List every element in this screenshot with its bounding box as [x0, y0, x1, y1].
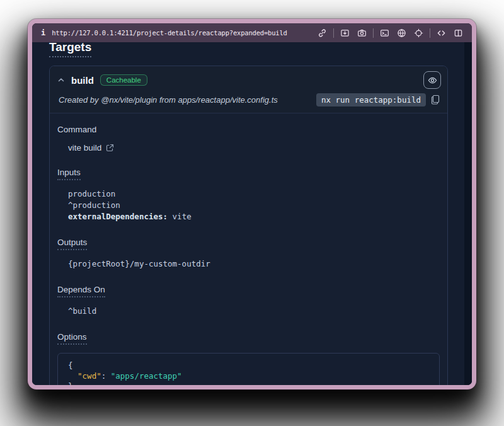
json-value: "apps/reactapp": [111, 371, 182, 381]
build-card-body: Command vite build Inputs: [50, 113, 447, 385]
toolbar-group-dev: [437, 28, 463, 38]
target-card-build: build Cacheable Created by @nx/vite/plug…: [49, 66, 448, 385]
link-icon[interactable]: [318, 28, 327, 38]
command-label: Command: [57, 125, 96, 134]
inputs-label: Inputs: [57, 168, 81, 180]
chevron-up-icon: [57, 76, 65, 84]
input-item: externalDependencies: vite: [68, 211, 440, 222]
browser-window: i http://127.0.0.1:4211/project-details/…: [28, 19, 476, 389]
split-view-icon[interactable]: [454, 28, 463, 38]
save-frame-icon[interactable]: [340, 28, 350, 38]
input-item: ^production: [68, 200, 440, 211]
page-title: Targets: [49, 42, 91, 57]
section-inputs: Inputs production ^production externalDe…: [57, 166, 440, 222]
code-icon[interactable]: [437, 28, 446, 38]
input-item: production: [68, 188, 440, 200]
json-line: {: [68, 360, 429, 371]
section-outputs: Outputs {projectRoot}/my-custom-outdir: [57, 236, 440, 270]
json-key: "cwd": [77, 371, 101, 381]
options-json-block: { "cwd": "apps/reactapp" }: [57, 353, 440, 385]
page-content: Targets build Cacheable: [32, 42, 472, 385]
command-value-row[interactable]: vite build: [57, 143, 440, 153]
desktop: i http://127.0.0.1:4211/project-details/…: [0, 0, 504, 426]
toolbar-group-tools: [380, 28, 423, 38]
info-icon: i: [41, 28, 45, 37]
view-target-button[interactable]: [423, 71, 441, 89]
build-header-subrow: Created by @nx/vite/plugin from apps/rea…: [57, 93, 440, 106]
outputs-label: Outputs: [57, 238, 87, 250]
scrollbar-track[interactable]: [464, 42, 472, 385]
camera-icon[interactable]: [357, 28, 367, 38]
depends-on-label: Depends On: [57, 285, 105, 297]
section-options: Options { "cwd": "apps/reactapp" }: [57, 331, 440, 385]
copy-icon[interactable]: [431, 95, 440, 105]
eye-icon: [428, 76, 437, 85]
url-bar[interactable]: http://127.0.0.1:4211/project-details/re…: [52, 29, 287, 37]
json-line: }: [68, 381, 429, 385]
external-link-icon: [106, 144, 114, 152]
options-label: Options: [57, 332, 87, 345]
terminal-icon[interactable]: [380, 28, 389, 38]
toolbar-separator: [333, 28, 334, 38]
toolbar-separator: [373, 28, 374, 38]
run-command-chip[interactable]: nx run reactapp:build: [316, 93, 426, 106]
output-item: {projectRoot}/my-custom-outdir: [68, 258, 440, 270]
cacheable-badge: Cacheable: [100, 74, 147, 86]
depends-on-item: ^build: [68, 306, 440, 317]
created-by-text: Created by @nx/vite/plugin from apps/rea…: [57, 95, 316, 105]
toolbar-separator: [430, 28, 430, 38]
build-card-header: build Cacheable Created by @nx/vite/plug…: [50, 66, 447, 113]
build-header-row[interactable]: build Cacheable: [57, 72, 440, 88]
globe-icon[interactable]: [397, 28, 406, 38]
toolbar-group-capture: [340, 28, 367, 38]
target-icon[interactable]: [414, 28, 423, 38]
json-colon: :: [101, 371, 111, 381]
command-value: vite build: [68, 143, 101, 153]
section-command: Command vite build: [57, 124, 440, 153]
browser-toolbar: i http://127.0.0.1:4211/project-details/…: [32, 23, 472, 42]
target-name: build: [71, 75, 94, 86]
section-depends-on: Depends On ^build: [57, 284, 440, 317]
input-dep-value: vite: [173, 212, 192, 221]
input-dep-key: externalDependencies:: [68, 212, 168, 221]
json-line: "cwd": "apps/reactapp": [68, 371, 429, 382]
